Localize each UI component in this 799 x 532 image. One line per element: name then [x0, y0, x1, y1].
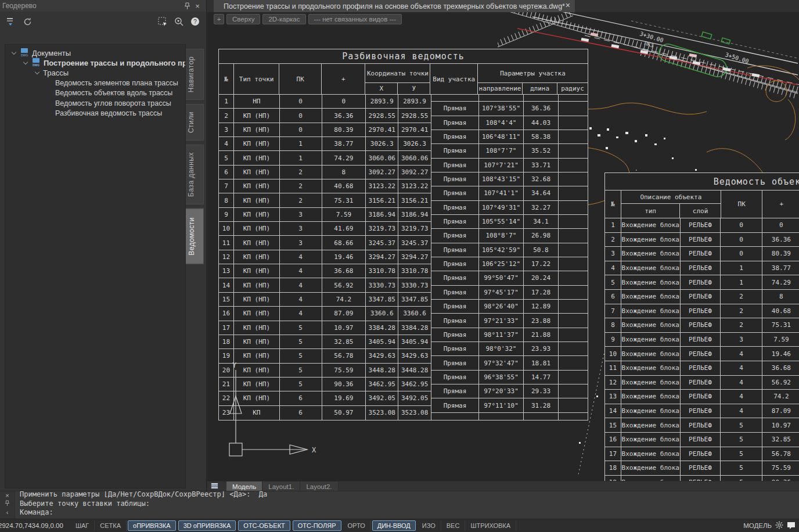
- column-header: Вид участка: [430, 64, 478, 94]
- cell: 75.59: [762, 461, 799, 475]
- layers-dropdown-icon[interactable]: [6, 16, 16, 27]
- column-header: У: [398, 83, 430, 94]
- cell: 10: [605, 347, 621, 361]
- cell: Прямая: [431, 201, 479, 214]
- cell: 21.88: [524, 328, 559, 342]
- chevron-down-icon[interactable]: [12, 50, 16, 55]
- cell: 97°21'33": [479, 314, 524, 327]
- tree-item-report[interactable]: Ведомость объектов вдоль трассы: [5, 88, 185, 99]
- gear-icon[interactable]: [775, 521, 783, 530]
- cell: 3: [280, 222, 322, 235]
- refresh-icon[interactable]: [22, 16, 33, 27]
- drawing-viewport[interactable]: +Сверху2D-каркас--- нет связанных видов …: [207, 12, 799, 481]
- layout-tab[interactable]: Модель: [226, 481, 262, 491]
- tree-item-report[interactable]: Ведомость углов поворота трассы: [5, 98, 185, 109]
- table-row: 5КП (НП)174.293060.063060.06: [219, 151, 431, 165]
- zoom-to-object-icon[interactable]: [174, 16, 184, 27]
- tree-item-document[interactable]: DWG Построение трассы и продольного про.…: [5, 58, 185, 68]
- status-toggle[interactable]: ШТРИХОВКА: [465, 520, 516, 531]
- cell: Вхождение блока: [621, 304, 681, 318]
- status-toggle[interactable]: оПРИВЯЗКА: [128, 520, 176, 531]
- chevron-down-icon[interactable]: [35, 70, 39, 74]
- segment-row: Прямая106°25'12"17.22: [431, 257, 588, 271]
- segment-row: Прямая105°55'14"34.1: [431, 215, 588, 229]
- command-prompt[interactable]: Команда:: [20, 508, 794, 517]
- cell: 5: [280, 335, 322, 348]
- command-history[interactable]: Применить параметры [Да/Нет/СохрВДок/Сох…: [15, 491, 799, 519]
- tree-item-trassy[interactable]: Трассы: [5, 68, 185, 78]
- view-control-button[interactable]: 2D-каркас: [262, 14, 305, 24]
- cell: 80.39: [762, 247, 799, 261]
- tree-item-report[interactable]: Ведомость элементов плана трассы: [5, 78, 185, 88]
- status-toggle[interactable]: ОТС-ПОЛЯР: [293, 520, 341, 531]
- table-row: 4КП (НП)138.773026.33026.3: [219, 137, 431, 151]
- tree-item-documents[interactable]: DWG Документы: [5, 48, 185, 58]
- cell: Вхождение блока: [621, 433, 681, 447]
- cell: Вхождение блока: [621, 390, 681, 404]
- cell: Вхождение блока: [621, 218, 681, 232]
- pin-icon[interactable]: [182, 1, 192, 11]
- cell: Вхождение блока: [621, 261, 681, 275]
- status-toggle[interactable]: 3D оПРИВЯЗКА: [178, 520, 236, 531]
- panel-tab[interactable]: Стили: [186, 104, 204, 141]
- cell: КП (НП): [234, 166, 280, 179]
- view-control-button[interactable]: +: [214, 14, 224, 24]
- collapse-icon[interactable]: ‹: [6, 509, 9, 516]
- status-toggle[interactable]: ОРТО: [343, 520, 371, 531]
- cell: КП (НП): [234, 137, 280, 150]
- cell: 36.36: [524, 102, 559, 115]
- view-control-button[interactable]: --- нет связанных видов ---: [308, 14, 402, 24]
- table-row: 13Вхождение блокаРЕЛЬЕФ474.2: [605, 390, 799, 404]
- help-icon[interactable]: ?: [190, 16, 200, 27]
- cell: 9: [219, 208, 234, 221]
- cell: Вхождение блока: [621, 290, 681, 304]
- space-mode-button[interactable]: МОДЕЛЬ: [743, 522, 772, 529]
- cell: РЕЛЬЕФ: [681, 361, 721, 375]
- cell: 1: [605, 218, 621, 232]
- close-icon[interactable]: ×: [5, 492, 9, 499]
- cell: 7: [219, 179, 234, 193]
- close-document-icon[interactable]: ×: [566, 1, 570, 10]
- status-toggle[interactable]: ВЕС: [441, 520, 466, 531]
- table-row: 15Вхождение блокаРЕЛЬЕФ510.97: [605, 418, 799, 433]
- cell: КП (НП): [234, 378, 280, 391]
- notification-icon[interactable]: [787, 522, 796, 530]
- status-toggle[interactable]: СЕТКА: [95, 520, 127, 531]
- cell: 22: [219, 391, 234, 405]
- status-toggle[interactable]: ДИН-ВВОД: [372, 520, 416, 531]
- status-toggle[interactable]: ИЗО: [417, 520, 441, 531]
- cell: 44.03: [524, 116, 559, 130]
- select-area-icon[interactable]: [157, 16, 168, 27]
- tree-item-report[interactable]: Разбивочная ведомость трассы: [5, 109, 185, 119]
- panel-tab[interactable]: Ведомости: [186, 209, 204, 264]
- document-tab[interactable]: Построение трассы и продольного профиля …: [214, 0, 575, 12]
- cell: 13: [219, 264, 234, 278]
- cell: 108°4'4": [479, 116, 524, 130]
- layout-tab[interactable]: Layout2.: [300, 481, 338, 491]
- pin-icon[interactable]: [5, 500, 10, 508]
- cell: КП (НП): [234, 264, 280, 278]
- cell: 11: [219, 236, 234, 249]
- cell: Вхождение блока: [621, 361, 681, 375]
- cell: 108°8'7": [479, 229, 524, 242]
- cell: Прямая: [431, 384, 479, 398]
- command-line-panel: × ‹ Применить параметры [Да/Нет/СохрВДок…: [0, 491, 799, 519]
- close-panel-icon[interactable]: ×: [192, 1, 203, 11]
- sheet-list-icon[interactable]: [211, 481, 218, 491]
- cell: Прямая: [431, 398, 479, 412]
- cell: 18.81: [524, 356, 559, 369]
- cursor-coordinates: 2924.70,7434.09,0.00: [0, 522, 63, 529]
- cell: 3: [605, 247, 621, 261]
- status-toggle[interactable]: ШАГ: [70, 520, 95, 531]
- tree-label: Трассы: [43, 69, 69, 77]
- panel-tab[interactable]: База данных: [186, 145, 204, 204]
- geo-tree-toolbar: ?: [0, 12, 206, 31]
- layout-tab[interactable]: Layout1.: [262, 481, 300, 491]
- cell: КП (НП): [234, 208, 280, 221]
- panel-tab[interactable]: Навигатор: [186, 49, 204, 100]
- stakeout-table: Разбивочная ведомость № Тип точки ПК + К…: [218, 49, 588, 420]
- chevron-down-icon[interactable]: [23, 60, 28, 64]
- status-toggle[interactable]: ОТС-ОБЪЕКТ: [238, 520, 290, 531]
- cell: 1: [721, 275, 762, 289]
- view-control-button[interactable]: Сверху: [226, 14, 260, 24]
